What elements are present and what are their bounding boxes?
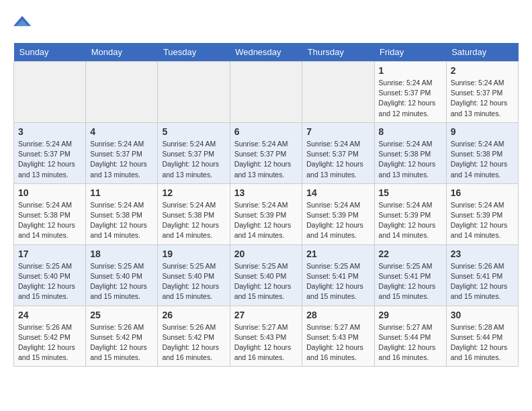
day-info: Sunrise: 5:25 AM Sunset: 5:40 PM Dayligh… [162,261,225,302]
calendar-cell: 9Sunrise: 5:24 AM Sunset: 5:38 PM Daylig… [446,122,518,183]
day-info: Sunrise: 5:24 AM Sunset: 5:37 PM Dayligh… [162,139,225,180]
day-number: 12 [162,187,225,198]
day-number: 22 [379,248,442,259]
day-info: Sunrise: 5:24 AM Sunset: 5:38 PM Dayligh… [451,139,514,180]
day-number: 14 [306,187,369,198]
day-number: 6 [234,126,298,137]
day-info: Sunrise: 5:27 AM Sunset: 5:43 PM Dayligh… [234,322,298,363]
day-info: Sunrise: 5:25 AM Sunset: 5:41 PM Dayligh… [379,261,442,302]
calendar-cell: 20Sunrise: 5:25 AM Sunset: 5:40 PM Dayli… [230,244,302,306]
weekday-header-wednesday: Wednesday [230,43,302,62]
day-number: 21 [306,248,369,259]
calendar-cell: 19Sunrise: 5:25 AM Sunset: 5:40 PM Dayli… [158,244,230,306]
day-number: 27 [234,310,298,320]
day-info: Sunrise: 5:25 AM Sunset: 5:40 PM Dayligh… [18,261,81,302]
day-info: Sunrise: 5:24 AM Sunset: 5:38 PM Dayligh… [379,139,442,180]
calendar-cell: 11Sunrise: 5:24 AM Sunset: 5:38 PM Dayli… [86,183,158,244]
day-info: Sunrise: 5:27 AM Sunset: 5:44 PM Dayligh… [379,322,442,363]
calendar-table: SundayMondayTuesdayWednesdayThursdayFrid… [13,43,519,367]
day-number: 9 [451,126,514,137]
day-info: Sunrise: 5:24 AM Sunset: 5:38 PM Dayligh… [162,200,225,241]
page-header [13,13,519,32]
day-number: 8 [379,126,442,137]
calendar-week-row: 24Sunrise: 5:26 AM Sunset: 5:42 PM Dayli… [14,306,519,367]
day-number: 25 [90,310,153,320]
day-info: Sunrise: 5:24 AM Sunset: 5:37 PM Dayligh… [379,78,442,119]
calendar-cell: 2Sunrise: 5:24 AM Sunset: 5:37 PM Daylig… [446,62,518,123]
weekday-header-friday: Friday [374,43,446,62]
calendar-cell: 21Sunrise: 5:25 AM Sunset: 5:41 PM Dayli… [302,244,374,306]
day-number: 5 [162,126,225,137]
calendar-cell [302,62,374,123]
day-info: Sunrise: 5:24 AM Sunset: 5:37 PM Dayligh… [90,139,153,180]
weekday-header-row: SundayMondayTuesdayWednesdayThursdayFrid… [14,43,519,62]
day-info: Sunrise: 5:24 AM Sunset: 5:38 PM Dayligh… [90,200,153,241]
weekday-header-thursday: Thursday [302,43,374,62]
calendar-cell: 13Sunrise: 5:24 AM Sunset: 5:39 PM Dayli… [230,183,302,244]
calendar-cell: 4Sunrise: 5:24 AM Sunset: 5:37 PM Daylig… [86,122,158,183]
calendar-cell: 1Sunrise: 5:24 AM Sunset: 5:37 PM Daylig… [374,62,446,123]
day-number: 10 [18,187,81,198]
day-number: 20 [234,248,298,259]
calendar-week-row: 17Sunrise: 5:25 AM Sunset: 5:40 PM Dayli… [14,244,519,306]
weekday-header-monday: Monday [86,43,158,62]
day-info: Sunrise: 5:24 AM Sunset: 5:38 PM Dayligh… [18,200,81,241]
calendar-cell: 30Sunrise: 5:28 AM Sunset: 5:44 PM Dayli… [446,306,518,367]
calendar-cell: 26Sunrise: 5:26 AM Sunset: 5:42 PM Dayli… [158,306,230,367]
calendar-week-row: 10Sunrise: 5:24 AM Sunset: 5:38 PM Dayli… [14,183,519,244]
day-number: 23 [451,248,514,259]
day-number: 24 [18,310,81,320]
day-info: Sunrise: 5:26 AM Sunset: 5:42 PM Dayligh… [162,322,225,363]
day-number: 3 [18,126,81,137]
calendar-cell: 25Sunrise: 5:26 AM Sunset: 5:42 PM Dayli… [86,306,158,367]
day-number: 1 [379,65,442,76]
weekday-header-tuesday: Tuesday [158,43,230,62]
logo-icon [13,13,32,32]
day-info: Sunrise: 5:26 AM Sunset: 5:41 PM Dayligh… [451,261,514,302]
calendar-cell [86,62,158,123]
day-number: 26 [162,310,225,320]
day-info: Sunrise: 5:27 AM Sunset: 5:43 PM Dayligh… [306,322,369,363]
calendar-cell: 10Sunrise: 5:24 AM Sunset: 5:38 PM Dayli… [14,183,86,244]
calendar-cell [158,62,230,123]
day-number: 30 [451,310,514,320]
weekday-header-sunday: Sunday [14,43,86,62]
day-number: 4 [90,126,153,137]
calendar-cell: 29Sunrise: 5:27 AM Sunset: 5:44 PM Dayli… [374,306,446,367]
calendar-week-row: 3Sunrise: 5:24 AM Sunset: 5:37 PM Daylig… [14,122,519,183]
weekday-header-saturday: Saturday [446,43,518,62]
calendar-cell: 28Sunrise: 5:27 AM Sunset: 5:43 PM Dayli… [302,306,374,367]
day-number: 16 [451,187,514,198]
day-info: Sunrise: 5:25 AM Sunset: 5:40 PM Dayligh… [90,261,153,302]
day-number: 13 [234,187,298,198]
day-info: Sunrise: 5:24 AM Sunset: 5:39 PM Dayligh… [379,200,442,241]
calendar-cell: 12Sunrise: 5:24 AM Sunset: 5:38 PM Dayli… [158,183,230,244]
day-info: Sunrise: 5:24 AM Sunset: 5:37 PM Dayligh… [451,78,514,119]
calendar-cell: 8Sunrise: 5:24 AM Sunset: 5:38 PM Daylig… [374,122,446,183]
day-info: Sunrise: 5:24 AM Sunset: 5:39 PM Dayligh… [306,200,369,241]
calendar-cell: 17Sunrise: 5:25 AM Sunset: 5:40 PM Dayli… [14,244,86,306]
calendar-cell: 18Sunrise: 5:25 AM Sunset: 5:40 PM Dayli… [86,244,158,306]
calendar-cell: 22Sunrise: 5:25 AM Sunset: 5:41 PM Dayli… [374,244,446,306]
day-number: 11 [90,187,153,198]
logo [13,13,35,32]
day-number: 2 [451,65,514,76]
calendar-cell: 23Sunrise: 5:26 AM Sunset: 5:41 PM Dayli… [446,244,518,306]
calendar-week-row: 1Sunrise: 5:24 AM Sunset: 5:37 PM Daylig… [14,62,519,123]
calendar-cell: 3Sunrise: 5:24 AM Sunset: 5:37 PM Daylig… [14,122,86,183]
day-number: 18 [90,248,153,259]
calendar-cell: 15Sunrise: 5:24 AM Sunset: 5:39 PM Dayli… [374,183,446,244]
day-info: Sunrise: 5:25 AM Sunset: 5:40 PM Dayligh… [234,261,298,302]
calendar-cell: 27Sunrise: 5:27 AM Sunset: 5:43 PM Dayli… [230,306,302,367]
day-info: Sunrise: 5:24 AM Sunset: 5:37 PM Dayligh… [18,139,81,180]
day-number: 29 [379,310,442,320]
day-number: 28 [306,310,369,320]
calendar-cell: 16Sunrise: 5:24 AM Sunset: 5:39 PM Dayli… [446,183,518,244]
day-info: Sunrise: 5:24 AM Sunset: 5:39 PM Dayligh… [234,200,298,241]
day-info: Sunrise: 5:24 AM Sunset: 5:37 PM Dayligh… [234,139,298,180]
day-number: 17 [18,248,81,259]
day-info: Sunrise: 5:25 AM Sunset: 5:41 PM Dayligh… [306,261,369,302]
calendar-cell: 5Sunrise: 5:24 AM Sunset: 5:37 PM Daylig… [158,122,230,183]
day-info: Sunrise: 5:26 AM Sunset: 5:42 PM Dayligh… [18,322,81,363]
calendar-cell [230,62,302,123]
